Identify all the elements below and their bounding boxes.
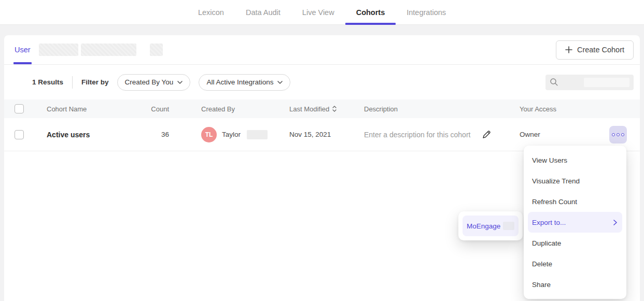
dots-icon	[617, 133, 620, 136]
created-by-dropdown[interactable]: Created By You	[117, 74, 191, 91]
redacted-submenu-text	[503, 222, 514, 230]
tab-data-audit[interactable]: Data Audit	[235, 0, 291, 24]
filter-row: 1 Results Filter by Created By You All A…	[4, 65, 640, 99]
chevron-right-icon	[613, 220, 617, 225]
tab-user-label: User	[15, 46, 31, 54]
select-all-checkbox[interactable]	[15, 104, 24, 113]
tab-cohorts-label: Cohorts	[356, 8, 385, 17]
filter-by-label: Filter by	[81, 78, 109, 86]
integrations-dropdown-value: All Active Integrations	[206, 78, 273, 86]
header-count[interactable]: Count	[149, 105, 201, 113]
top-nav: Lexicon Data Audit Live View Cohorts Int…	[0, 0, 644, 25]
filter-divider	[72, 76, 73, 89]
created-by-dropdown-value: Created By You	[125, 78, 174, 86]
menu-item-export-to[interactable]: Export to...	[528, 212, 622, 233]
redacted-tab-3	[150, 44, 163, 56]
tab-live-view[interactable]: Live View	[291, 0, 345, 24]
submenu-item-moengage-label: MoEngage	[467, 222, 500, 230]
tab-user[interactable]: User	[15, 35, 31, 64]
submenu-item-moengage[interactable]: MoEngage	[463, 216, 519, 236]
dots-icon	[612, 133, 615, 136]
header-description: Description	[364, 105, 520, 113]
tab-cohorts[interactable]: Cohorts	[345, 0, 396, 24]
row-actions-menu-button[interactable]	[609, 126, 627, 144]
search-box[interactable]	[545, 75, 634, 90]
redacted-tab-2	[81, 44, 136, 56]
created-by-cell: TL Taylor	[201, 127, 289, 142]
header-cohort-name[interactable]: Cohort Name	[47, 105, 149, 113]
created-by-name: Taylor	[222, 131, 241, 138]
dots-icon	[621, 133, 624, 136]
plus-icon	[565, 46, 572, 53]
tab-integrations[interactable]: Integrations	[396, 0, 457, 24]
chevron-down-icon	[177, 81, 183, 84]
redacted-tab-1	[39, 44, 78, 56]
row-actions-context-menu: View Users Visualize Trend Refresh Count…	[524, 146, 626, 299]
cohort-count: 36	[149, 131, 201, 138]
header-your-access: Your Access	[520, 105, 606, 113]
active-tab-underline	[345, 23, 396, 25]
redacted-search-text	[584, 78, 629, 87]
create-cohort-button[interactable]: Create Cohort	[556, 40, 634, 60]
description-placeholder[interactable]: Enter a description for this cohort	[364, 131, 470, 139]
chevron-down-icon	[277, 81, 283, 84]
create-cohort-label: Create Cohort	[577, 46, 624, 54]
cohort-name-link[interactable]: Active users	[47, 131, 149, 139]
pencil-icon	[482, 130, 492, 139]
sort-icon	[332, 106, 337, 112]
edit-description-button[interactable]	[481, 128, 493, 140]
results-count: 1 Results	[32, 78, 63, 86]
user-tab-underline	[13, 62, 32, 64]
menu-item-export-to-label: Export to...	[532, 219, 566, 226]
avatar: TL	[201, 127, 217, 142]
row-checkbox[interactable]	[15, 130, 24, 139]
last-modified-value: Nov 15, 2021	[289, 131, 364, 138]
menu-item-refresh-count[interactable]: Refresh Count	[524, 191, 626, 212]
cohort-type-tabbar: User Create Cohort	[4, 35, 640, 65]
search-icon	[550, 78, 558, 87]
redacted-name	[247, 130, 268, 139]
menu-item-visualize-trend[interactable]: Visualize Trend	[524, 170, 626, 191]
menu-item-duplicate[interactable]: Duplicate	[524, 233, 626, 253]
header-last-modified-label: Last Modified	[289, 105, 329, 113]
menu-item-view-users[interactable]: View Users	[524, 150, 626, 170]
tab-lexicon[interactable]: Lexicon	[187, 0, 235, 24]
integrations-dropdown[interactable]: All Active Integrations	[199, 74, 290, 91]
table-header: Cohort Name Count Created By Last Modifi…	[4, 99, 640, 118]
menu-item-share[interactable]: Share	[524, 274, 626, 295]
header-created-by[interactable]: Created By	[201, 105, 289, 113]
export-submenu: MoEngage	[458, 211, 523, 240]
your-access-value: Owner	[520, 131, 606, 138]
menu-item-delete[interactable]: Delete	[524, 253, 626, 274]
description-cell: Enter a description for this cohort	[364, 128, 520, 140]
header-last-modified[interactable]: Last Modified	[289, 105, 364, 113]
